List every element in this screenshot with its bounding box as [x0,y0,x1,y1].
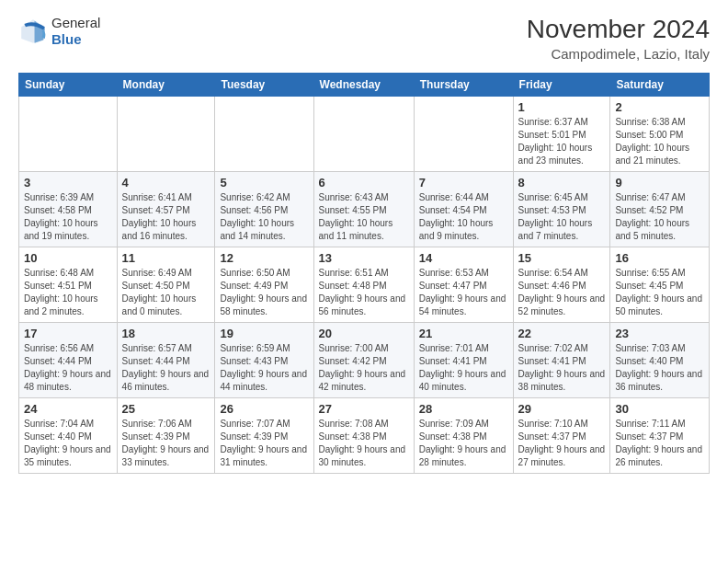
table-row: 4Sunrise: 6:41 AM Sunset: 4:57 PM Daylig… [117,172,215,247]
day-number: 11 [122,251,210,265]
table-row: 24Sunrise: 7:04 AM Sunset: 4:40 PM Dayli… [19,398,118,474]
table-row: 12Sunrise: 6:50 AM Sunset: 4:49 PM Dayli… [215,247,313,323]
table-row: 10Sunrise: 6:48 AM Sunset: 4:51 PM Dayli… [19,247,118,323]
table-row [19,97,118,172]
logo-blue: Blue [51,31,100,48]
day-number: 12 [220,251,308,265]
day-number: 28 [419,402,508,416]
table-row: 17Sunrise: 6:56 AM Sunset: 4:44 PM Dayli… [19,323,118,398]
day-info: Sunrise: 6:53 AM Sunset: 4:47 PM Dayligh… [419,267,508,318]
col-friday: Friday [513,74,610,97]
day-number: 10 [24,251,112,265]
page-container: General Blue November 2024 Campodimele, … [0,0,728,485]
table-row: 13Sunrise: 6:51 AM Sunset: 4:48 PM Dayli… [313,247,414,323]
col-sunday: Sunday [19,74,118,97]
col-tuesday: Tuesday [215,74,313,97]
day-info: Sunrise: 6:43 AM Sunset: 4:55 PM Dayligh… [319,191,409,243]
table-row: 3Sunrise: 6:39 AM Sunset: 4:58 PM Daylig… [19,172,118,247]
table-row: 7Sunrise: 6:44 AM Sunset: 4:54 PM Daylig… [414,172,513,247]
day-number: 1 [518,100,606,114]
day-info: Sunrise: 7:03 AM Sunset: 4:40 PM Dayligh… [615,342,704,394]
day-info: Sunrise: 7:10 AM Sunset: 4:37 PM Dayligh… [518,418,606,469]
day-number: 27 [319,402,409,416]
header: General Blue November 2024 Campodimele, … [18,15,710,62]
day-info: Sunrise: 6:50 AM Sunset: 4:49 PM Dayligh… [220,267,308,318]
location: Campodimele, Lazio, Italy [527,46,710,62]
calendar-week-row: 10Sunrise: 6:48 AM Sunset: 4:51 PM Dayli… [19,247,710,323]
table-row: 29Sunrise: 7:10 AM Sunset: 4:37 PM Dayli… [513,398,610,474]
day-info: Sunrise: 6:44 AM Sunset: 4:54 PM Dayligh… [419,191,508,243]
day-number: 13 [319,251,409,265]
title-block: November 2024 Campodimele, Lazio, Italy [527,15,710,62]
month-title: November 2024 [527,15,710,44]
day-number: 14 [419,251,508,265]
day-number: 18 [122,327,210,340]
day-number: 2 [615,100,704,114]
day-info: Sunrise: 6:51 AM Sunset: 4:48 PM Dayligh… [319,267,409,318]
day-info: Sunrise: 6:49 AM Sunset: 4:50 PM Dayligh… [122,267,210,318]
day-info: Sunrise: 6:54 AM Sunset: 4:46 PM Dayligh… [518,267,606,318]
calendar-week-row: 17Sunrise: 6:56 AM Sunset: 4:44 PM Dayli… [19,323,710,398]
day-info: Sunrise: 6:55 AM Sunset: 4:45 PM Dayligh… [615,267,704,318]
col-wednesday: Wednesday [313,74,414,97]
day-number: 7 [419,176,508,190]
day-info: Sunrise: 6:37 AM Sunset: 5:01 PM Dayligh… [518,116,606,167]
table-row: 21Sunrise: 7:01 AM Sunset: 4:41 PM Dayli… [414,323,513,398]
table-row: 6Sunrise: 6:43 AM Sunset: 4:55 PM Daylig… [313,172,414,247]
table-row: 1Sunrise: 6:37 AM Sunset: 5:01 PM Daylig… [513,97,610,172]
calendar-week-row: 3Sunrise: 6:39 AM Sunset: 4:58 PM Daylig… [19,172,710,247]
calendar-header-row: Sunday Monday Tuesday Wednesday Thursday… [19,74,710,97]
day-info: Sunrise: 6:39 AM Sunset: 4:58 PM Dayligh… [24,191,112,243]
day-number: 6 [319,176,409,190]
day-info: Sunrise: 6:59 AM Sunset: 4:43 PM Dayligh… [220,342,308,394]
day-info: Sunrise: 7:06 AM Sunset: 4:39 PM Dayligh… [122,418,210,469]
day-number: 25 [122,402,210,416]
day-info: Sunrise: 7:00 AM Sunset: 4:42 PM Dayligh… [319,342,409,394]
table-row [215,97,313,172]
col-saturday: Saturday [610,74,710,97]
day-number: 21 [419,327,508,340]
table-row: 30Sunrise: 7:11 AM Sunset: 4:37 PM Dayli… [610,398,710,474]
table-row [313,97,414,172]
day-number: 4 [122,176,210,190]
day-info: Sunrise: 7:04 AM Sunset: 4:40 PM Dayligh… [24,418,112,469]
logo: General Blue [18,15,100,48]
table-row [414,97,513,172]
table-row: 8Sunrise: 6:45 AM Sunset: 4:53 PM Daylig… [513,172,610,247]
table-row: 9Sunrise: 6:47 AM Sunset: 4:52 PM Daylig… [610,172,710,247]
day-info: Sunrise: 6:48 AM Sunset: 4:51 PM Dayligh… [24,267,112,318]
table-row: 20Sunrise: 7:00 AM Sunset: 4:42 PM Dayli… [313,323,414,398]
calendar: Sunday Monday Tuesday Wednesday Thursday… [18,73,710,474]
day-number: 23 [615,327,704,340]
logo-icon [18,17,48,46]
table-row: 23Sunrise: 7:03 AM Sunset: 4:40 PM Dayli… [610,323,710,398]
day-number: 16 [615,251,704,265]
table-row: 25Sunrise: 7:06 AM Sunset: 4:39 PM Dayli… [117,398,215,474]
col-monday: Monday [117,74,215,97]
table-row: 27Sunrise: 7:08 AM Sunset: 4:38 PM Dayli… [313,398,414,474]
day-info: Sunrise: 6:45 AM Sunset: 4:53 PM Dayligh… [518,191,606,243]
day-info: Sunrise: 7:01 AM Sunset: 4:41 PM Dayligh… [419,342,508,394]
day-number: 17 [24,327,112,340]
table-row: 28Sunrise: 7:09 AM Sunset: 4:38 PM Dayli… [414,398,513,474]
calendar-week-row: 1Sunrise: 6:37 AM Sunset: 5:01 PM Daylig… [19,97,710,172]
table-row: 16Sunrise: 6:55 AM Sunset: 4:45 PM Dayli… [610,247,710,323]
day-info: Sunrise: 6:41 AM Sunset: 4:57 PM Dayligh… [122,191,210,243]
day-number: 22 [518,327,606,340]
table-row: 26Sunrise: 7:07 AM Sunset: 4:39 PM Dayli… [215,398,313,474]
day-info: Sunrise: 7:02 AM Sunset: 4:41 PM Dayligh… [518,342,606,394]
col-thursday: Thursday [414,74,513,97]
day-info: Sunrise: 7:11 AM Sunset: 4:37 PM Dayligh… [615,418,704,469]
table-row: 14Sunrise: 6:53 AM Sunset: 4:47 PM Dayli… [414,247,513,323]
day-number: 3 [24,176,112,190]
day-number: 8 [518,176,606,190]
day-info: Sunrise: 7:08 AM Sunset: 4:38 PM Dayligh… [319,418,409,469]
day-info: Sunrise: 7:07 AM Sunset: 4:39 PM Dayligh… [220,418,308,469]
day-number: 26 [220,402,308,416]
day-number: 20 [319,327,409,340]
day-number: 24 [24,402,112,416]
table-row: 19Sunrise: 6:59 AM Sunset: 4:43 PM Dayli… [215,323,313,398]
day-info: Sunrise: 6:38 AM Sunset: 5:00 PM Dayligh… [615,116,704,167]
day-info: Sunrise: 6:42 AM Sunset: 4:56 PM Dayligh… [220,191,308,243]
day-number: 9 [615,176,704,190]
